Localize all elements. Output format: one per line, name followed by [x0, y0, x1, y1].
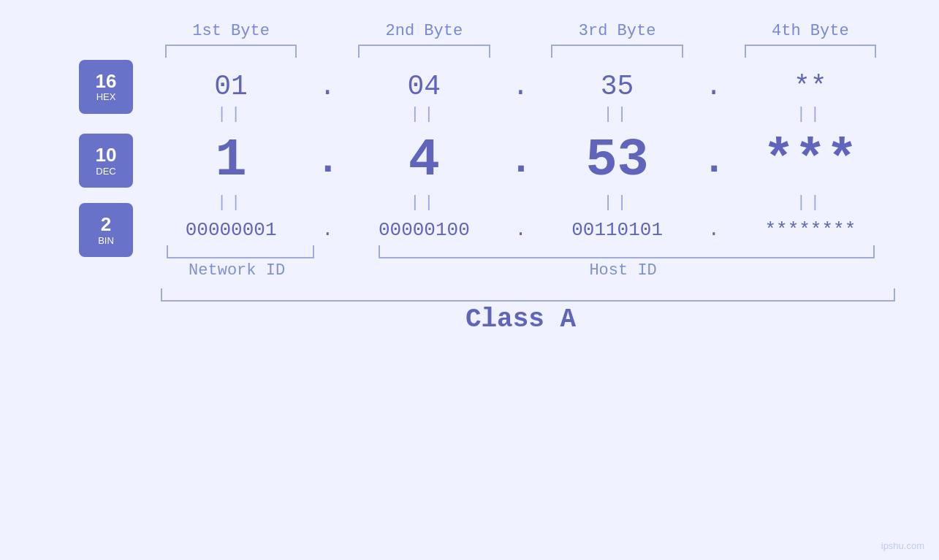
byte2-label: 2nd Byte — [339, 22, 509, 40]
net-bracket-shape — [167, 245, 315, 258]
bin-b2: 00000100 — [339, 219, 509, 241]
net-bracket-cell — [146, 245, 335, 258]
bin-dot2: . — [509, 219, 533, 241]
bin-badge-text: BIN — [98, 235, 114, 246]
class-bracket-row — [44, 288, 895, 302]
byte-headers: 1st Byte 2nd Byte 3rd Byte 4th Byte — [44, 22, 895, 40]
hex-badge-text: HEX — [96, 91, 116, 102]
byte4-label: 4th Byte — [726, 22, 895, 40]
bin-dot1: . — [316, 219, 339, 241]
dec-values-row: 1 . 4 . 53 . *** — [44, 131, 895, 191]
dec-b3: 53 — [533, 131, 702, 191]
eq1-b2: || — [339, 105, 509, 123]
dec-dot3: . — [702, 138, 726, 184]
dec-badge-text: DEC — [96, 166, 115, 177]
host-bracket-span — [358, 245, 895, 258]
id-labels-row: Network ID Host ID — [44, 261, 895, 280]
class-bracket-wrapper — [146, 288, 895, 302]
bracket-b3 — [533, 45, 702, 58]
bracket-b2 — [339, 45, 509, 58]
dec-badge: 10 DEC — [79, 134, 133, 188]
hex-b1: 01 — [146, 71, 316, 102]
hex-b4: ** — [726, 71, 895, 102]
host-id-label: Host ID — [351, 261, 895, 280]
bin-row-wrapper: 2 BIN 00000001 . 00000100 . 00110101 . *… — [44, 219, 895, 241]
bin-values-row: 00000001 . 00000100 . 00110101 . *******… — [44, 219, 895, 241]
eq2-b1: || — [146, 193, 316, 212]
bin-b1: 00000001 — [146, 219, 316, 241]
eq2-b3: || — [533, 193, 702, 212]
class-a-label: Class A — [146, 304, 895, 334]
main-container: 1st Byte 2nd Byte 3rd Byte 4th Byte 16 H… — [0, 0, 939, 560]
hex-b3: 35 — [533, 71, 702, 102]
bin-badge: 2 BIN — [79, 203, 133, 257]
hex-badge: 16 HEX — [79, 60, 133, 114]
host-bracket-shape — [379, 245, 875, 258]
bin-dot3: . — [702, 219, 726, 241]
top-bracket-row — [44, 45, 895, 58]
eq-row2: || || || || — [44, 193, 895, 212]
bracket-b1-shape — [165, 45, 297, 58]
byte3-label: 3rd Byte — [533, 22, 702, 40]
bracket-b4-shape — [745, 45, 876, 58]
hex-badge-box: 16 HEX — [79, 60, 133, 114]
dec-dot1: . — [316, 138, 339, 184]
watermark: ipshu.com — [881, 540, 924, 551]
dec-b1: 1 — [146, 131, 316, 191]
eq1-b4: || — [726, 105, 895, 123]
dec-dot2: . — [509, 138, 533, 184]
eq-row1: || || || || — [44, 105, 895, 123]
eq1-b3: || — [533, 105, 702, 123]
hex-dot1: . — [316, 71, 339, 102]
class-a-row: Class A — [44, 304, 895, 334]
bin-badge-box: 2 BIN — [79, 203, 133, 257]
hex-badge-num: 16 — [96, 71, 117, 92]
dec-b2: 4 — [339, 131, 509, 191]
network-id-label: Network ID — [146, 261, 327, 280]
dec-badge-num: 10 — [96, 145, 117, 166]
bin-badge-num: 2 — [101, 214, 111, 235]
eq1-b1: || — [146, 105, 316, 123]
hex-b2: 04 — [339, 71, 509, 102]
hex-values-row: 01 . 04 . 35 . ** — [44, 71, 895, 102]
bin-b3: 00110101 — [533, 219, 702, 241]
dec-row-wrapper: 10 DEC 1 . 4 . 53 . *** — [44, 131, 895, 191]
dec-badge-box: 10 DEC — [79, 134, 133, 188]
byte1-label: 1st Byte — [146, 22, 316, 40]
eq2-b4: || — [726, 193, 895, 212]
class-bracket-shape — [161, 288, 895, 302]
bracket-b2-shape — [358, 45, 490, 58]
eq2-b2: || — [339, 193, 509, 212]
bin-b4: ******** — [726, 219, 895, 241]
bracket-b4 — [726, 45, 895, 58]
dec-b4: *** — [726, 131, 895, 191]
bottom-bracket-row — [44, 245, 895, 258]
bracket-b3-shape — [551, 45, 683, 58]
hex-row-wrapper: 16 HEX 01 . 04 . 35 . ** — [44, 71, 895, 102]
hex-dot2: . — [509, 71, 533, 102]
bracket-b1 — [146, 45, 316, 58]
hex-dot3: . — [702, 71, 726, 102]
